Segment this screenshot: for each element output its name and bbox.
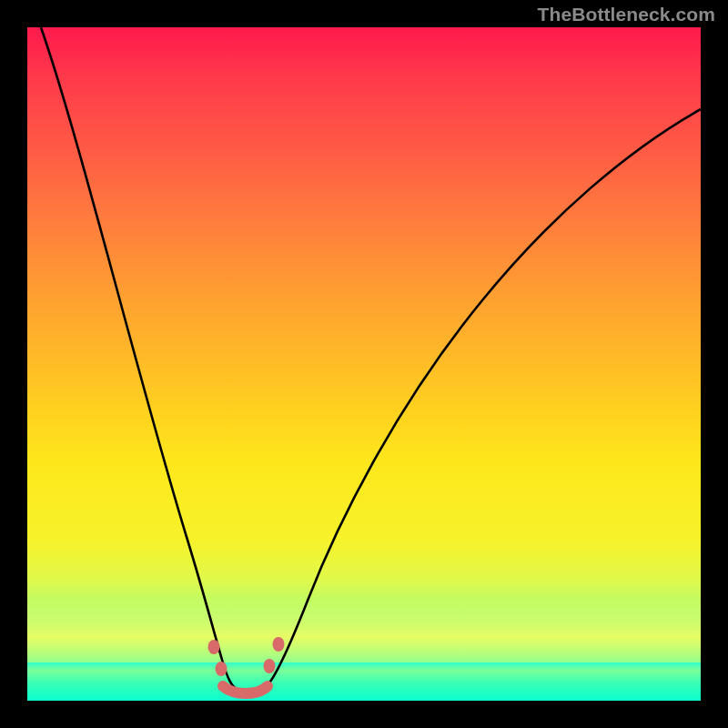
frame: TheBottleneck.com <box>0 0 728 728</box>
bump-left-a <box>208 640 220 654</box>
bump-right-b <box>273 637 285 652</box>
bump-left-b <box>216 662 228 676</box>
trough-band <box>223 686 268 693</box>
attribution-text: TheBottleneck.com <box>538 4 715 25</box>
bump-right-a <box>264 659 276 673</box>
chart-svg <box>27 27 701 701</box>
markers <box>208 637 285 676</box>
plot-area <box>27 27 701 701</box>
bottleneck-curve <box>41 27 701 692</box>
